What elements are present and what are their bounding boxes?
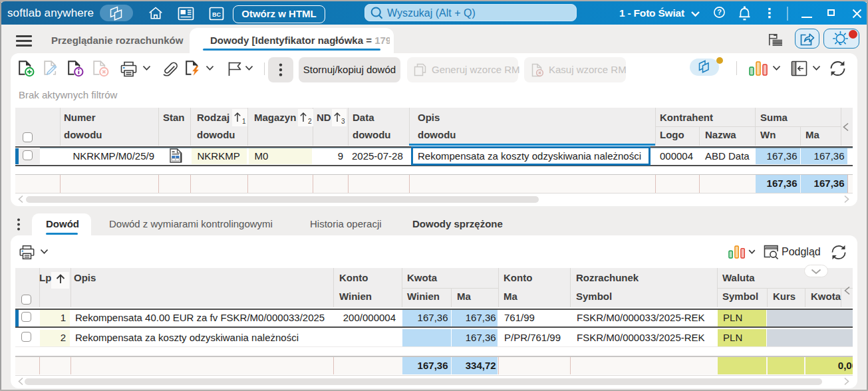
svg-text:?: ?: [717, 8, 722, 16]
svg-text:BC: BC: [212, 11, 221, 18]
